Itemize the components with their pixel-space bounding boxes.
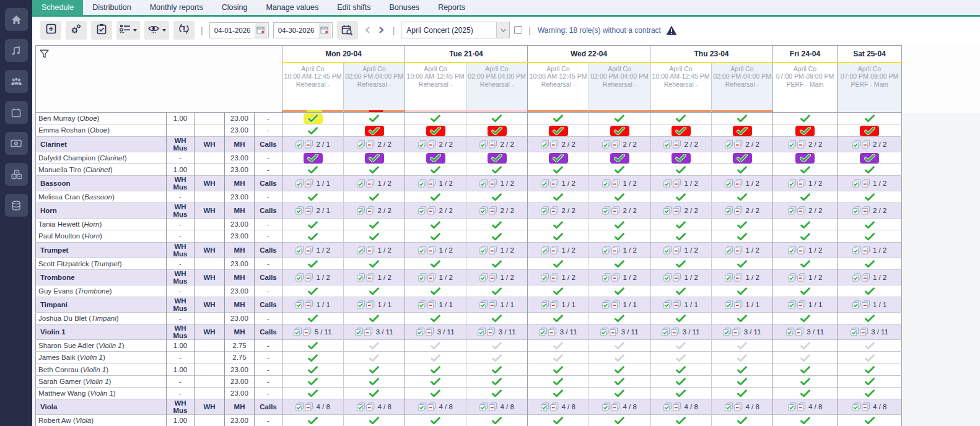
refresh-warning-button[interactable] bbox=[173, 21, 195, 40]
section-count-cell[interactable]: 1 / 2 bbox=[650, 269, 712, 285]
section-count-cell[interactable]: 1 / 2 bbox=[344, 175, 405, 191]
section-count-cell[interactable]: 1 / 2 bbox=[344, 242, 405, 258]
schedule-cell[interactable] bbox=[773, 387, 838, 399]
section-count-cell[interactable]: 2 / 2 bbox=[528, 136, 589, 152]
section-count-cell[interactable]: 1 / 2 bbox=[773, 242, 838, 258]
view-options-button[interactable] bbox=[144, 21, 169, 40]
section-count-cell[interactable]: 3 / 11 bbox=[712, 324, 773, 340]
schedule-cell[interactable] bbox=[405, 340, 466, 352]
section-count-cell[interactable]: 3 / 11 bbox=[838, 324, 902, 340]
schedule-cell[interactable] bbox=[466, 387, 528, 399]
section-count-cell[interactable]: 3 / 11 bbox=[528, 324, 589, 340]
tab-edit-shifts[interactable]: Edit shifts bbox=[328, 0, 380, 15]
schedule-cell[interactable] bbox=[589, 375, 650, 387]
schedule-cell[interactable] bbox=[773, 152, 838, 163]
schedule-cell[interactable] bbox=[405, 415, 466, 426]
schedule-cell[interactable] bbox=[466, 113, 528, 124]
calendar-picker-icon[interactable] bbox=[318, 23, 331, 38]
schedule-cell[interactable] bbox=[282, 124, 344, 136]
section-count-cell[interactable]: 1 / 2 bbox=[838, 269, 902, 285]
section-count-cell[interactable]: 1 / 2 bbox=[466, 242, 528, 258]
section-count-cell[interactable]: 2 / 2 bbox=[344, 203, 405, 219]
section-count-cell[interactable]: 2 / 2 bbox=[712, 136, 773, 152]
schedule-cell[interactable] bbox=[405, 230, 466, 242]
schedule-cell[interactable] bbox=[344, 113, 405, 124]
schedule-cell[interactable] bbox=[773, 258, 838, 269]
schedule-cell[interactable] bbox=[528, 113, 589, 124]
tab-schedule[interactable]: Schedule bbox=[32, 0, 83, 15]
schedule-cell[interactable] bbox=[650, 163, 712, 175]
section-count-cell[interactable]: 2 / 2 bbox=[405, 203, 466, 219]
section-count-cell[interactable]: 2 / 2 bbox=[589, 136, 650, 152]
event-header[interactable]: April Co10:00 AM-12:45 PMRehearsal - bbox=[650, 63, 712, 113]
event-header[interactable]: April Co02:00 PM-04:00 PMRehearsal - bbox=[589, 63, 650, 113]
section-count-cell[interactable]: 1 / 2 bbox=[712, 175, 773, 191]
filter-checkbox[interactable] bbox=[514, 26, 522, 34]
schedule-cell[interactable] bbox=[405, 113, 466, 124]
next-period-button[interactable] bbox=[377, 22, 387, 38]
event-header[interactable]: April Co07:00 PM-09:00 PMPERF - Main bbox=[838, 63, 902, 113]
schedule-cell[interactable] bbox=[589, 113, 650, 124]
schedule-cell[interactable] bbox=[650, 124, 712, 136]
event-header[interactable]: April Co02:00 PM-04:00 PMRehearsal - bbox=[466, 63, 528, 113]
schedule-cell[interactable] bbox=[773, 124, 838, 136]
schedule-cell[interactable] bbox=[589, 163, 650, 175]
schedule-cell[interactable] bbox=[773, 312, 838, 324]
section-count-cell[interactable]: 1 / 2 bbox=[528, 242, 589, 258]
schedule-cell[interactable] bbox=[650, 375, 712, 387]
section-count-cell[interactable]: 1 / 2 bbox=[282, 242, 344, 258]
schedule-cell[interactable] bbox=[528, 375, 589, 387]
section-count-cell[interactable]: 1 / 1 bbox=[712, 297, 773, 312]
tab-manage-values[interactable]: Manage values bbox=[257, 0, 328, 15]
section-count-cell[interactable]: 2 / 2 bbox=[838, 136, 902, 152]
schedule-cell[interactable] bbox=[528, 415, 589, 426]
schedule-cell[interactable] bbox=[528, 312, 589, 324]
musician-name[interactable]: Dafydd Champion (Clarinet) bbox=[36, 152, 167, 163]
schedule-cell[interactable] bbox=[528, 387, 589, 399]
filter-icon[interactable] bbox=[40, 50, 49, 58]
schedule-cell[interactable] bbox=[712, 387, 773, 399]
musician-name[interactable]: Melissa Cran (Bassoon) bbox=[36, 191, 167, 202]
schedule-cell[interactable] bbox=[344, 163, 405, 175]
section-count-cell[interactable]: 4 / 8 bbox=[589, 399, 650, 415]
schedule-cell[interactable] bbox=[589, 285, 650, 297]
schedule-cell[interactable] bbox=[838, 352, 902, 363]
schedule-cell[interactable] bbox=[838, 285, 902, 297]
schedule-cell[interactable] bbox=[838, 219, 902, 230]
schedule-cell[interactable] bbox=[650, 113, 712, 124]
section-count-cell[interactable]: 3 / 11 bbox=[344, 324, 405, 340]
schedule-cell[interactable] bbox=[466, 124, 528, 136]
schedule-cell[interactable] bbox=[528, 258, 589, 269]
sidebar-item-dice[interactable] bbox=[5, 163, 28, 186]
schedule-cell[interactable] bbox=[405, 258, 466, 269]
section-count-cell[interactable]: 1 / 2 bbox=[712, 242, 773, 258]
schedule-cell[interactable] bbox=[712, 258, 773, 269]
schedule-cell[interactable] bbox=[344, 152, 405, 163]
musician-name[interactable]: Sarah Gamer (Violin 1) bbox=[36, 375, 167, 387]
schedule-cell[interactable] bbox=[838, 375, 902, 387]
event-header[interactable]: April Co02:00 PM-04:00 PMRehearsal - bbox=[712, 63, 773, 113]
section-count-cell[interactable]: 3 / 11 bbox=[589, 324, 650, 340]
schedule-cell[interactable] bbox=[466, 415, 528, 426]
section-count-cell[interactable]: 1 / 2 bbox=[282, 269, 344, 285]
section-count-cell[interactable]: 1 / 1 bbox=[773, 297, 838, 312]
section-count-cell[interactable]: 1 / 1 bbox=[466, 297, 528, 312]
schedule-cell[interactable] bbox=[589, 352, 650, 363]
schedule-cell[interactable] bbox=[405, 375, 466, 387]
schedule-cell[interactable] bbox=[712, 113, 773, 124]
musician-name[interactable]: Robert Aw (Viola) bbox=[36, 415, 167, 426]
schedule-cell[interactable] bbox=[838, 124, 902, 136]
schedule-cell[interactable] bbox=[528, 363, 589, 375]
schedule-cell[interactable] bbox=[838, 113, 902, 124]
tab-distribution[interactable]: Distribution bbox=[83, 0, 141, 15]
schedule-cell[interactable] bbox=[838, 152, 902, 163]
schedule-cell[interactable] bbox=[344, 415, 405, 426]
schedule-cell[interactable] bbox=[650, 191, 712, 202]
schedule-cell[interactable] bbox=[838, 387, 902, 399]
section-count-cell[interactable]: 1 / 2 bbox=[405, 175, 466, 191]
section-count-cell[interactable]: 1 / 2 bbox=[466, 269, 528, 285]
schedule-cell[interactable] bbox=[466, 363, 528, 375]
schedule-cell[interactable] bbox=[528, 163, 589, 175]
schedule-cell[interactable] bbox=[838, 163, 902, 175]
date-from-input[interactable] bbox=[210, 27, 255, 34]
